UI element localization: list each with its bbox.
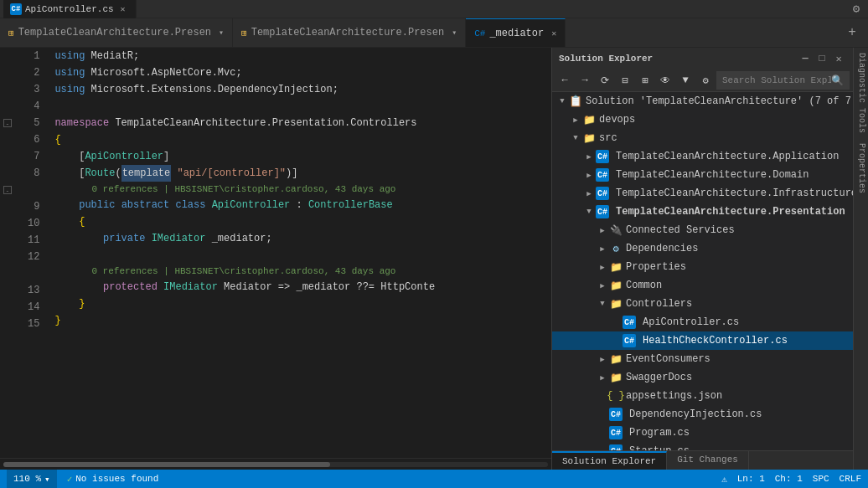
- zoom-expand-icon: ▾: [44, 474, 50, 485]
- se-tree[interactable]: ▼ 📋 Solution 'TemplateCleanArchitecture'…: [552, 92, 853, 450]
- tree-common[interactable]: ▶ 📁 Common: [552, 276, 853, 295]
- tree-icon-startup: C#: [609, 444, 623, 450]
- tree-icon-conn: 🔌: [609, 223, 623, 237]
- status-issues[interactable]: ✓ No issues found: [67, 474, 159, 485]
- doc-tab-icon-2: ⊞: [241, 28, 247, 39]
- tree-infra[interactable]: ▶ C# TemplateCleanArchitecture.Infrastru…: [552, 184, 853, 203]
- tree-eventconsumers[interactable]: ▶ 📁 EventConsumers: [552, 350, 853, 368]
- h-scrollbar-thumb[interactable]: [3, 462, 330, 467]
- code-line-1: using MediatR;: [54, 48, 551, 64]
- tree-swagger[interactable]: ▶ 📁 SwaggerDocs: [552, 368, 853, 387]
- doc-tab-tcpres1[interactable]: ⊞ TemplateCleanArchitecture.Presen ▾: [0, 18, 233, 47]
- code-lines[interactable]: using MediatR; using Microsoft.AspNetCor…: [48, 48, 551, 458]
- doc-tab-close-2[interactable]: ▾: [452, 28, 457, 38]
- tree-apictrl-cs[interactable]: C# ApiController.cs: [552, 313, 853, 331]
- gutter-4: [0, 98, 15, 115]
- doc-tabs-bar: ⊞ TemplateCleanArchitecture.Presen ▾ ⊞ T…: [0, 18, 868, 48]
- collapse-btn-5[interactable]: -: [3, 119, 12, 127]
- doc-tab-mediator[interactable]: C# _mediator ✕: [466, 18, 566, 47]
- tree-expand-devops[interactable]: ▶: [569, 116, 582, 125]
- tree-expand-events[interactable]: ▶: [596, 355, 609, 364]
- tree-icon-apictrl: C#: [623, 316, 636, 329]
- tree-expand-deps[interactable]: ▶: [596, 244, 609, 254]
- tree-domain[interactable]: ▶ C# TemplateCleanArchitecture.Domain: [552, 166, 853, 184]
- doc-tab-add[interactable]: +: [840, 25, 865, 40]
- tree-expand-domain[interactable]: ▶: [582, 171, 596, 180]
- tree-deps[interactable]: ▶ ⚙ Dependencies: [552, 239, 853, 258]
- tree-expand-app[interactable]: ▶: [582, 152, 596, 162]
- tree-program[interactable]: C# Program.cs: [552, 424, 853, 442]
- tree-label-di: DependencyInjection.cs: [629, 408, 762, 420]
- tree-label-app: TemplateCleanArchitecture.Application: [616, 151, 839, 162]
- tree-expand-solution[interactable]: ▼: [555, 97, 569, 105]
- se-collapse-btn[interactable]: ⊟: [616, 71, 634, 90]
- tree-label-conn: Connected Services: [626, 224, 735, 236]
- tree-label-appsettings: appsettings.json: [626, 390, 722, 402]
- tree-expand-src[interactable]: ▼: [569, 134, 582, 142]
- se-filter-btn[interactable]: ▼: [676, 71, 695, 90]
- tree-expand-props[interactable]: ▶: [596, 263, 609, 272]
- tree-devops[interactable]: ▶ 📁 devops: [552, 110, 853, 129]
- se-close-btn[interactable]: ✕: [831, 51, 846, 66]
- doc-tab-tcpres2[interactable]: ⊞ TemplateCleanArchitecture.Presen ▾: [233, 18, 466, 47]
- gutter-9[interactable]: -: [0, 182, 15, 198]
- code-line-3: using Microsoft.Extensions.DependencyInj…: [54, 81, 551, 98]
- tree-expand-pres[interactable]: ▼: [582, 208, 596, 216]
- collapse-btn-9[interactable]: -: [3, 186, 12, 194]
- properties-tab[interactable]: Properties: [854, 138, 868, 198]
- tree-src[interactable]: ▼ 📁 src: [552, 129, 853, 147]
- se-forward-btn[interactable]: →: [576, 71, 594, 90]
- status-lineending[interactable]: CRLF: [840, 474, 861, 484]
- tree-presentation[interactable]: ▼ C# TemplateCleanArchitecture.Presentat…: [552, 203, 853, 221]
- se-prop-btn[interactable]: ⊞: [636, 71, 654, 90]
- tree-props[interactable]: ▶ 📁 Properties: [552, 258, 853, 276]
- se-back-btn[interactable]: ←: [555, 71, 574, 90]
- tree-label-common: Common: [626, 280, 662, 291]
- tree-startup[interactable]: C# Startup.cs: [552, 442, 853, 450]
- tree-label-src: src: [599, 132, 617, 144]
- diagnostic-tools-tab[interactable]: Diagnostic Tools: [854, 48, 868, 138]
- status-ln-label: Ln: 1: [737, 474, 765, 484]
- status-error-icon[interactable]: ⚠: [721, 474, 727, 485]
- title-tab-close[interactable]: ✕: [117, 3, 129, 15]
- tree-expand-conn[interactable]: ▶: [596, 226, 609, 235]
- gear-btn[interactable]: ⚙: [848, 1, 865, 18]
- se-header-btns: — □ ✕: [798, 51, 846, 66]
- h-scrollbar-track[interactable]: [3, 462, 548, 467]
- tree-appsettings[interactable]: { } appsettings.json: [552, 387, 853, 405]
- tree-expand-swagger[interactable]: ▶: [596, 373, 609, 383]
- tree-controllers[interactable]: ▼ 📁 Controllers: [552, 295, 853, 313]
- tree-di[interactable]: C# DependencyInjection.cs: [552, 405, 853, 424]
- se-search-box[interactable]: 🔍: [716, 71, 850, 90]
- se-sync-btn[interactable]: ⟳: [596, 71, 614, 90]
- gutter-5[interactable]: -: [0, 115, 15, 131]
- tree-expand-common[interactable]: ▶: [596, 281, 609, 290]
- se-float-btn[interactable]: □: [814, 51, 829, 66]
- se-show-all-btn[interactable]: 👁: [656, 71, 674, 90]
- tree-health-cs[interactable]: C# HealthCheckController.cs: [552, 331, 853, 350]
- status-zoom[interactable]: 110 % ▾: [7, 470, 57, 488]
- se-pin-btn[interactable]: —: [798, 51, 813, 66]
- h-scrollbar[interactable]: [0, 458, 551, 470]
- tree-label-deps: Dependencies: [626, 243, 698, 254]
- doc-tab-close-3[interactable]: ✕: [551, 28, 556, 39]
- editor-area[interactable]: - - 1 2 3 4: [0, 48, 551, 470]
- title-tab-label: ApiController.cs: [25, 4, 114, 14]
- tree-expand-infra[interactable]: ▶: [582, 189, 596, 198]
- title-tab-apictrl[interactable]: C# ApiController.cs ✕: [3, 0, 137, 18]
- code-line-5: namespace TemplateCleanArchitecture.Pres…: [54, 115, 551, 131]
- status-encoding[interactable]: SPC: [813, 474, 829, 484]
- tree-application[interactable]: ▶ C# TemplateCleanArchitecture.Applicati…: [552, 147, 853, 166]
- tree-label-pres: TemplateCleanArchitecture.Presentation: [616, 206, 845, 218]
- doc-tab-close-1[interactable]: ▾: [219, 28, 224, 38]
- tree-solution[interactable]: ▼ 📋 Solution 'TemplateCleanArchitecture'…: [552, 92, 853, 110]
- se-tab-solution-explorer[interactable]: Solution Explorer: [552, 451, 667, 470]
- tree-connservices[interactable]: ▶ 🔌 Connected Services: [552, 221, 853, 239]
- se-search-input[interactable]: [722, 75, 831, 85]
- tree-icon-deps: ⚙: [609, 242, 623, 255]
- tree-icon-health: C#: [623, 334, 636, 347]
- se-settings-btn[interactable]: ⚙: [696, 71, 715, 90]
- gutter-7: [0, 148, 15, 165]
- se-tab-git-changes[interactable]: Git Changes: [667, 451, 749, 470]
- tree-expand-ctrl[interactable]: ▼: [596, 300, 609, 308]
